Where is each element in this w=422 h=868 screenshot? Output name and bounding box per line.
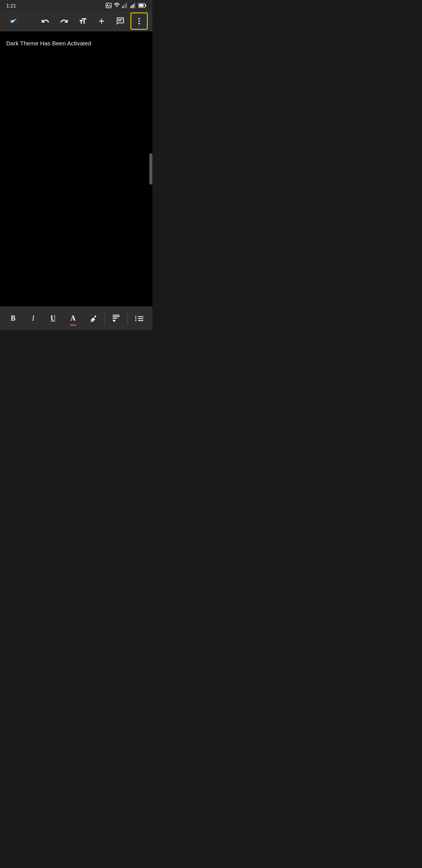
- editor-content: Dark Theme Has Been Activated: [6, 39, 146, 48]
- font-format-icon: [79, 17, 87, 25]
- svg-point-1: [107, 4, 108, 5]
- editor-wrapper: Dark Theme Has Been Activated B I U A: [0, 31, 152, 330]
- editor-area[interactable]: Dark Theme Has Been Activated: [0, 31, 152, 307]
- add-button[interactable]: [93, 13, 110, 30]
- align-button[interactable]: [107, 310, 125, 327]
- comment-icon: [116, 17, 125, 25]
- undo-icon: [41, 17, 50, 25]
- bold-button[interactable]: B: [5, 310, 22, 327]
- checkmark-icon: [9, 17, 18, 25]
- svg-rect-11: [145, 5, 147, 7]
- font-format-button[interactable]: [74, 13, 91, 30]
- redo-icon: [60, 17, 68, 25]
- svg-rect-2: [122, 6, 123, 8]
- toolbar-right: [37, 13, 148, 30]
- format-divider-2: [127, 313, 128, 325]
- svg-rect-8: [133, 4, 134, 8]
- status-bar: 1:21: [0, 0, 152, 11]
- svg-rect-9: [134, 3, 135, 8]
- list-button[interactable]: [131, 310, 148, 327]
- svg-rect-7: [132, 5, 132, 8]
- svg-rect-5: [126, 3, 127, 8]
- status-icons: [106, 2, 146, 9]
- svg-rect-3: [123, 5, 124, 8]
- font-color-button[interactable]: A: [64, 310, 82, 327]
- svg-rect-6: [131, 6, 131, 8]
- svg-point-13: [138, 18, 140, 19]
- toolbar: [0, 11, 152, 31]
- toolbar-left: [5, 13, 22, 30]
- svg-rect-4: [125, 4, 125, 8]
- status-time: 1:21: [6, 3, 16, 9]
- gallery-icon: [106, 2, 112, 9]
- italic-button[interactable]: I: [25, 310, 42, 327]
- highlighter-icon: [89, 314, 97, 323]
- format-bar: B I U A: [0, 307, 152, 330]
- list-icon: [135, 316, 143, 321]
- svg-marker-16: [113, 320, 116, 322]
- svg-point-15: [138, 23, 140, 24]
- comment-button[interactable]: [112, 13, 129, 30]
- more-options-icon: [135, 17, 143, 25]
- scrollbar[interactable]: [149, 153, 152, 185]
- svg-rect-0: [106, 3, 111, 8]
- redo-button[interactable]: [55, 13, 73, 30]
- format-divider-1: [104, 313, 105, 325]
- save-button[interactable]: [5, 13, 22, 30]
- undo-button[interactable]: [37, 13, 54, 30]
- add-icon: [97, 17, 106, 25]
- underline-button[interactable]: U: [45, 310, 62, 327]
- wifi-icon: [114, 2, 120, 9]
- highlighter-button[interactable]: [84, 310, 102, 327]
- more-options-button[interactable]: [131, 13, 148, 30]
- align-icon: [113, 315, 120, 322]
- svg-rect-12: [139, 4, 144, 7]
- signal2-icon: [130, 2, 136, 9]
- signal1-icon: [122, 2, 128, 9]
- svg-point-14: [138, 20, 140, 22]
- battery-icon: [138, 3, 146, 8]
